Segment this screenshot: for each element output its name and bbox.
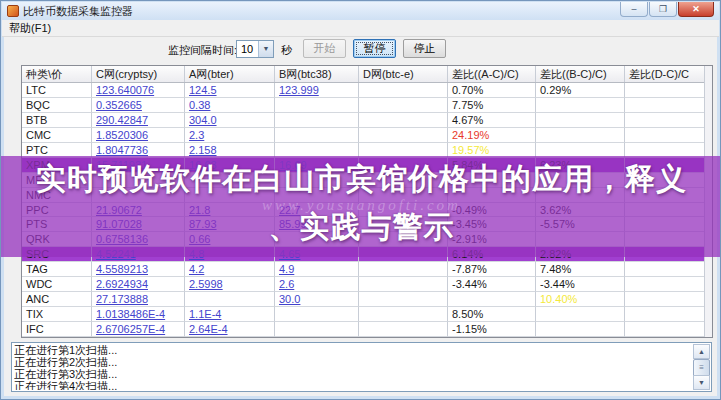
minimize-button[interactable]: – <box>620 2 648 17</box>
column-header[interactable]: A网(bter) <box>185 66 275 82</box>
pause-button[interactable]: 暂停 <box>353 39 396 58</box>
price-link[interactable]: 4.2 <box>185 262 275 277</box>
app-icon <box>7 5 19 17</box>
table-row[interactable]: IFC2.6706257E-42.64E-4-1.15% <box>22 322 712 337</box>
scan-log-box: 正在进行第1次扫描...正在进行第2次扫描...正在进行第3次扫描...正在进行… <box>11 342 712 392</box>
price-link[interactable]: 0.66 <box>185 232 275 247</box>
price-link[interactable]: 1.1E-4 <box>185 307 275 322</box>
price-link[interactable]: 1.0138486E-4 <box>92 307 185 322</box>
price-link[interactable]: 290.42847 <box>92 113 185 128</box>
log-line: 正在进行第2次扫描... <box>14 356 691 368</box>
coin-label: CMC <box>22 128 92 143</box>
coin-label: ANC <box>22 292 92 307</box>
price-link <box>359 292 448 307</box>
table-row[interactable]: PPC21.9067221.822.7-0.49%3.62% <box>22 203 712 218</box>
column-header[interactable]: C网(cryptsy) <box>92 66 185 82</box>
diff-percent-cell: 2.82% <box>536 247 625 262</box>
price-link[interactable]: 21.8 <box>185 203 275 218</box>
table-row[interactable]: PTC1.80477362.15819.57% <box>22 143 712 158</box>
chevron-down-icon[interactable]: ▼ <box>258 41 273 57</box>
coin-label: XPM <box>22 158 92 173</box>
diff-percent-cell: 0.29% <box>536 83 625 98</box>
price-link <box>275 232 359 247</box>
table-row[interactable]: NMC <box>22 188 712 203</box>
column-header[interactable]: 差比((B-C)/C) <box>536 66 625 82</box>
price-link <box>92 188 185 203</box>
interval-combobox[interactable]: 10 ▼ <box>236 40 274 58</box>
price-link[interactable]: 30.0 <box>275 292 359 307</box>
diff-percent-cell <box>625 277 712 292</box>
price-link[interactable]: 2.6706257E-4 <box>92 322 185 337</box>
table-row[interactable]: TIX1.0138486E-41.1E-48.50% <box>22 307 712 322</box>
diff-percent-cell <box>448 292 536 307</box>
price-link[interactable]: 15.711931 <box>92 158 185 173</box>
price-link <box>275 173 359 188</box>
table-row[interactable]: ANC27.17388830.010.40% <box>22 292 712 307</box>
price-link[interactable]: 16.69 <box>275 158 359 173</box>
table-row[interactable]: LTC123.640076124.5123.9990.70%0.29% <box>22 83 712 98</box>
diff-percent-cell: 6.14% <box>448 247 536 262</box>
price-link[interactable]: 2.158 <box>185 143 275 158</box>
price-link[interactable]: 2.6924934 <box>92 277 185 292</box>
app-window: 比特币数据采集监控器 – ❐ ✕ 帮助(F1) 监控间隔时间: 10 ▼ 秒 开… <box>0 0 721 400</box>
coin-label: PTS <box>22 217 92 232</box>
price-link[interactable]: 123.999 <box>275 83 359 98</box>
column-header[interactable]: 种类\价 <box>22 66 92 82</box>
price-link[interactable]: 4.5589213 <box>92 262 185 277</box>
price-link[interactable]: 2.3 <box>185 128 275 143</box>
price-link[interactable]: 27.173888 <box>92 292 185 307</box>
price-link[interactable]: 2.64E-4 <box>185 322 275 337</box>
table-row[interactable]: BQC0.3526650.387.75% <box>22 98 712 113</box>
price-link[interactable]: 0.352665 <box>92 98 185 113</box>
log-scrollbar[interactable]: ▲ ≡ ▼ <box>693 344 710 390</box>
scroll-down-icon[interactable]: ▼ <box>693 375 710 390</box>
diff-percent-cell <box>536 98 625 113</box>
column-header[interactable]: 差比(D-C)/C <box>625 66 712 82</box>
table-row[interactable]: XPM15.71193116.6316.695.84%6.23% <box>22 158 712 173</box>
table-scrollbar[interactable] <box>704 66 712 337</box>
price-link[interactable]: 4.8 <box>185 247 275 262</box>
price-link[interactable]: 91.07028 <box>92 217 185 232</box>
scroll-up-icon[interactable]: ▲ <box>693 344 710 359</box>
price-link[interactable]: 1.8047736 <box>92 143 185 158</box>
table-row[interactable]: QRK0.67581360.66-2.91% <box>22 232 712 247</box>
price-link[interactable]: 16.63 <box>185 158 275 173</box>
start-button[interactable]: 开始 <box>303 39 346 58</box>
table-row[interactable]: MEC <box>22 173 712 188</box>
column-header[interactable]: 差比((A-C)/C) <box>448 66 536 82</box>
table-row[interactable]: SRC4.522414.84.656.14%2.82% <box>22 247 712 262</box>
column-header[interactable]: D网(btc-e) <box>359 66 448 82</box>
price-link[interactable]: 4.52241 <box>92 247 185 262</box>
price-link <box>359 98 448 113</box>
diff-percent-cell: -3.44% <box>448 277 536 292</box>
stop-button[interactable]: 停止 <box>403 39 446 58</box>
price-link[interactable]: 0.38 <box>185 98 275 113</box>
table-row[interactable]: CMC1.85203062.324.19% <box>22 128 712 143</box>
table-row[interactable]: PTS91.0702887.9385.999-3.45%-5.57% <box>22 217 712 232</box>
table-row[interactable]: BTB290.42847304.04.67% <box>22 113 712 128</box>
price-link[interactable]: 304.0 <box>185 113 275 128</box>
price-link[interactable]: 0.6758136 <box>92 232 185 247</box>
menu-help[interactable]: 帮助(F1) <box>2 20 58 37</box>
price-link[interactable]: 2.5998 <box>185 277 275 292</box>
table-row[interactable]: TAG4.55892134.24.9-7.87%7.48% <box>22 262 712 277</box>
table-row[interactable]: WDC2.69249342.59982.6-3.44%-3.44% <box>22 277 712 292</box>
price-link[interactable]: 124.5 <box>185 83 275 98</box>
price-link[interactable]: 123.640076 <box>92 83 185 98</box>
price-link[interactable]: 1.8520306 <box>92 128 185 143</box>
price-link[interactable]: 2.6 <box>275 277 359 292</box>
title-bar[interactable]: 比特币数据采集监控器 – ❐ ✕ <box>2 2 719 20</box>
price-link <box>359 247 448 262</box>
price-link[interactable]: 85.999 <box>275 217 359 232</box>
maximize-button[interactable]: ❐ <box>649 2 677 17</box>
price-link[interactable]: 22.7 <box>275 203 359 218</box>
diff-percent-cell: 8.50% <box>448 307 536 322</box>
price-link[interactable]: 4.65 <box>275 247 359 262</box>
close-button[interactable]: ✕ <box>678 2 714 17</box>
column-header[interactable]: B网(btc38) <box>275 66 359 82</box>
price-link[interactable]: 21.90672 <box>92 203 185 218</box>
coin-label: WDC <box>22 277 92 292</box>
price-link[interactable]: 4.9 <box>275 262 359 277</box>
price-link[interactable]: 87.93 <box>185 217 275 232</box>
diff-percent-cell <box>625 247 712 262</box>
